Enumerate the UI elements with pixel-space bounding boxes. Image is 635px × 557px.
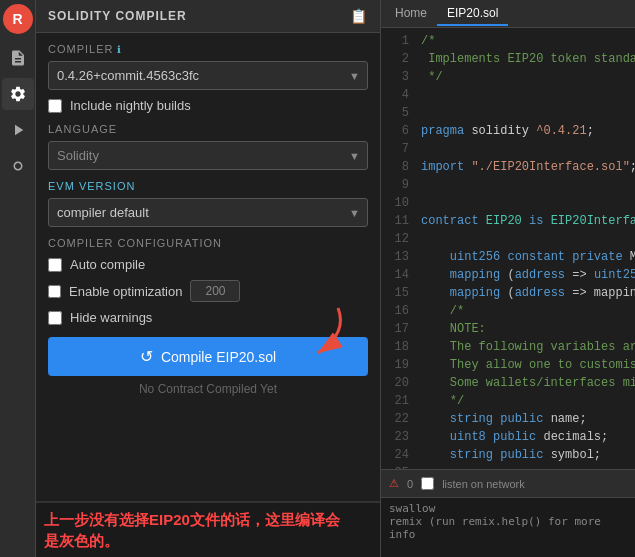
- code-line: 18 The following variables are: [381, 338, 635, 356]
- evm-label-row: EVM VERSION: [48, 180, 368, 192]
- listen-network-label: listen on network: [442, 478, 525, 490]
- code-line: 12: [381, 230, 635, 248]
- tab-home[interactable]: Home: [385, 2, 437, 26]
- language-label-row: LANGUAGE: [48, 123, 368, 135]
- code-line: 13 uint256 constant private MAX: [381, 248, 635, 266]
- optimization-value-input[interactable]: [190, 280, 240, 302]
- code-line: 19 They allow one to customise: [381, 356, 635, 374]
- tab-eip20[interactable]: EIP20.sol: [437, 2, 508, 26]
- code-line: 1 /*: [381, 32, 635, 50]
- hide-warnings-row: Hide warnings: [48, 310, 368, 325]
- sidebar: R: [0, 0, 36, 557]
- evm-wrapper: compiler default ▼: [48, 198, 368, 227]
- logo-icon[interactable]: R: [3, 4, 33, 34]
- code-line: 8 import "./EIP20Interface.sol";: [381, 158, 635, 176]
- language-section-label: LANGUAGE: [48, 123, 117, 135]
- compiler-section-label: COMPILER: [48, 43, 113, 55]
- include-nightly-checkbox[interactable]: [48, 99, 62, 113]
- listen-network-checkbox[interactable]: [421, 477, 434, 490]
- compile-button[interactable]: ↺ Compile EIP20.sol: [48, 337, 368, 376]
- code-line: 20 Some wallets/interfaces migh: [381, 374, 635, 392]
- code-panel: Home EIP20.sol 1 /* 2 Implements EIP20 t…: [381, 0, 635, 557]
- code-line: 21 */: [381, 392, 635, 410]
- compiler-version-wrapper: 0.4.26+commit.4563c3fc ▼: [48, 61, 368, 90]
- code-line: 15 mapping (address => mapping: [381, 284, 635, 302]
- compiler-panel: SOLIDITY COMPILER 📋 COMPILER ℹ 0.4.26+co…: [36, 0, 381, 557]
- hide-warnings-checkbox[interactable]: [48, 311, 62, 325]
- optimization-row: Enable optimization: [48, 280, 368, 302]
- files-icon[interactable]: [2, 42, 34, 74]
- evm-section-label: EVM VERSION: [48, 180, 135, 192]
- error-icon: ⚠: [389, 477, 399, 490]
- code-line: 24 string public symbol;: [381, 446, 635, 464]
- code-line: 11 contract EIP20 is EIP20Interface: [381, 212, 635, 230]
- no-contract-text: No Contract Compiled Yet: [48, 382, 368, 396]
- config-label: COMPILER CONFIGURATION: [48, 237, 368, 249]
- code-line: 4: [381, 86, 635, 104]
- copy-icon: 📋: [350, 8, 368, 24]
- code-line: 2 Implements EIP20 token standard:: [381, 50, 635, 68]
- code-line: 14 mapping (address => uint256): [381, 266, 635, 284]
- settings-icon[interactable]: [2, 150, 34, 182]
- status-bar: ⚠ 0 listen on network: [381, 469, 635, 497]
- include-nightly-label: Include nightly builds: [70, 98, 191, 113]
- auto-compile-checkbox[interactable]: [48, 258, 62, 272]
- language-wrapper: Solidity ▼: [48, 141, 368, 170]
- hide-warnings-label: Hide warnings: [70, 310, 152, 325]
- auto-compile-label: Auto compile: [70, 257, 145, 272]
- code-content: 1 /* 2 Implements EIP20 token standard: …: [381, 28, 635, 469]
- info-icon: ℹ: [117, 44, 122, 55]
- code-line: 22 string public name;: [381, 410, 635, 428]
- auto-compile-row: Auto compile: [48, 257, 368, 272]
- chinese-annotation-text: 上一步没有选择EIP20文件的话，这里编译会是灰色的。: [44, 511, 340, 549]
- code-line: 6 pragma solidity ^0.4.21;: [381, 122, 635, 140]
- status-count: 0: [407, 478, 413, 490]
- code-line: 10: [381, 194, 635, 212]
- code-tabs: Home EIP20.sol: [381, 0, 635, 28]
- include-nightly-row: Include nightly builds: [48, 98, 368, 113]
- chinese-annotation: 上一步没有选择EIP20文件的话，这里编译会是灰色的。: [36, 501, 380, 557]
- compile-icon[interactable]: [2, 78, 34, 110]
- code-line: 23 uint8 public decimals;: [381, 428, 635, 446]
- terminal-line-2: remix (run remix.help() for more info: [389, 515, 627, 541]
- optimization-checkbox[interactable]: [48, 285, 61, 298]
- optimization-label: Enable optimization: [69, 284, 182, 299]
- compiler-title: SOLIDITY COMPILER: [48, 9, 187, 23]
- terminal-panel: swallow remix (run remix.help() for more…: [381, 497, 635, 557]
- code-line: 17 NOTE:: [381, 320, 635, 338]
- run-icon[interactable]: [2, 114, 34, 146]
- code-line: 16 /*: [381, 302, 635, 320]
- compiler-version-select[interactable]: 0.4.26+commit.4563c3fc: [48, 61, 368, 90]
- compiler-body: COMPILER ℹ 0.4.26+commit.4563c3fc ▼ Incl…: [36, 33, 380, 557]
- code-line: 3 */: [381, 68, 635, 86]
- code-line: 5: [381, 104, 635, 122]
- terminal-line-1: swallow: [389, 502, 627, 515]
- code-line: 9: [381, 176, 635, 194]
- language-select[interactable]: Solidity: [48, 141, 368, 170]
- code-line: 7: [381, 140, 635, 158]
- compile-button-label: Compile EIP20.sol: [161, 349, 276, 365]
- refresh-icon: ↺: [140, 347, 153, 366]
- evm-select[interactable]: compiler default: [48, 198, 368, 227]
- compiler-label-row: COMPILER ℹ: [48, 43, 368, 55]
- compiler-header: SOLIDITY COMPILER 📋: [36, 0, 380, 33]
